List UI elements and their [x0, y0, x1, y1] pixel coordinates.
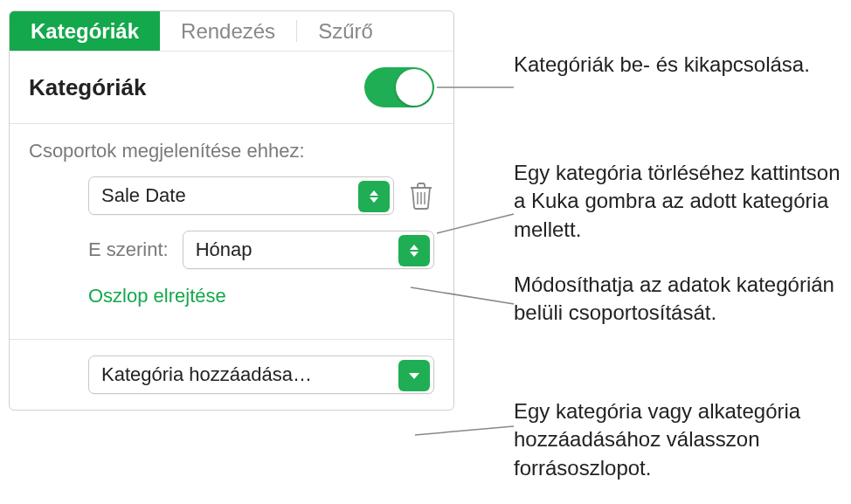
- groups-label: Csoportok megjelenítése ehhez:: [29, 140, 434, 162]
- categories-panel: Kategóriák Rendezés Szűrő Kategóriák Cso…: [9, 10, 454, 411]
- category-select-value: Sale Date: [101, 184, 186, 207]
- groups-section: Csoportok megjelenítése ehhez: Sale Date: [10, 124, 453, 339]
- header-section: Kategóriák: [10, 52, 453, 123]
- tab-sort[interactable]: Rendezés: [160, 11, 296, 51]
- add-section: Kategória hozzáadása…: [10, 340, 453, 410]
- callout-add: Egy kategória vagy alkategória hozzáadás…: [514, 397, 846, 482]
- tab-filter[interactable]: Szűrő: [297, 11, 394, 51]
- updown-icon: [358, 181, 390, 212]
- tabs-bar: Kategóriák Rendezés Szűrő: [10, 11, 453, 52]
- categories-toggle[interactable]: [364, 67, 434, 107]
- svg-line-6: [415, 426, 514, 435]
- trash-icon[interactable]: [408, 181, 434, 211]
- updown-icon: [398, 235, 430, 266]
- by-select[interactable]: Hónap: [183, 231, 434, 269]
- hide-column-link[interactable]: Oszlop elrejtése: [88, 285, 226, 307]
- category-row: Sale Date: [29, 176, 434, 215]
- add-category-select[interactable]: Kategória hozzáadása…: [88, 356, 434, 394]
- toggle-knob: [396, 69, 432, 106]
- add-category-label: Kategória hozzáadása…: [101, 363, 312, 386]
- callout-trash: Egy kategória törléséhez kattintson a Ku…: [514, 159, 846, 244]
- by-select-value: Hónap: [196, 238, 253, 261]
- by-row: E szerint: Hónap: [29, 231, 434, 269]
- hide-column-row: Oszlop elrejtése: [29, 285, 434, 307]
- callout-toggle: Kategóriák be- és kikapcsolása.: [514, 51, 828, 79]
- callout-grouping: Módosíthatja az adatok kategórián belüli…: [514, 271, 837, 328]
- tab-categories[interactable]: Kategóriák: [10, 11, 160, 51]
- section-title: Kategóriák: [29, 74, 146, 101]
- chevron-down-icon: [398, 360, 430, 391]
- by-label: E szerint:: [88, 238, 169, 261]
- category-select[interactable]: Sale Date: [88, 176, 394, 215]
